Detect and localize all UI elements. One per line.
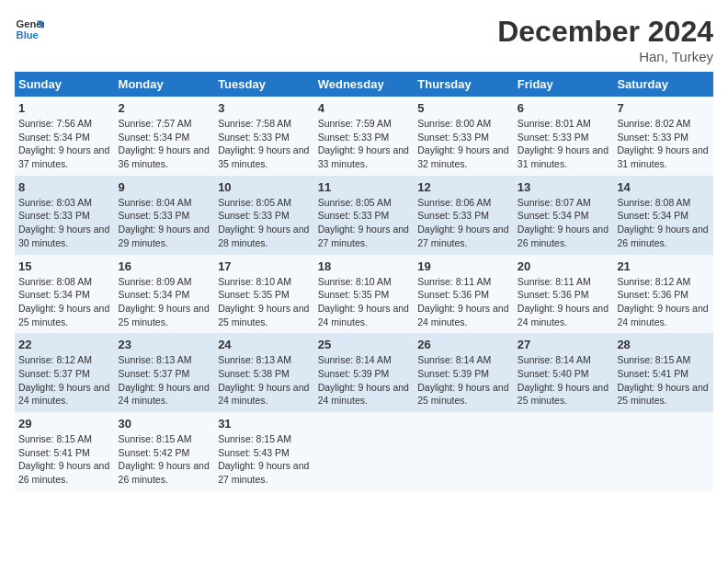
calendar-cell: 25 Sunrise: 8:14 AMSunset: 5:39 PMDaylig… [314, 333, 415, 412]
day-detail: Sunrise: 8:14 AMSunset: 5:40 PMDaylight:… [518, 353, 610, 408]
calendar-cell: 8 Sunrise: 8:03 AMSunset: 5:33 PMDayligh… [15, 176, 115, 255]
calendar-cell: 4 Sunrise: 7:59 AMSunset: 5:33 PMDayligh… [314, 97, 415, 176]
calendar-cell: 3 Sunrise: 7:58 AMSunset: 5:33 PMDayligh… [214, 97, 314, 176]
day-number: 22 [18, 338, 111, 351]
day-number: 28 [617, 338, 710, 351]
day-number: 30 [119, 417, 211, 431]
logo: General Blue [15, 15, 44, 44]
col-sunday: Sunday [15, 72, 115, 97]
day-number: 19 [417, 259, 510, 273]
svg-text:Blue: Blue [17, 29, 39, 40]
day-detail: Sunrise: 8:02 AMSunset: 5:33 PMDaylight:… [617, 117, 710, 171]
calendar-cell: 29 Sunrise: 8:15 AMSunset: 5:41 PMDaylig… [15, 412, 115, 491]
day-number: 31 [218, 417, 311, 431]
day-number: 16 [119, 259, 211, 273]
day-number: 13 [518, 180, 610, 194]
calendar-cell: 14 Sunrise: 8:08 AMSunset: 5:34 PMDaylig… [613, 176, 713, 255]
calendar-cell: 13 Sunrise: 8:07 AMSunset: 5:34 PMDaylig… [514, 176, 614, 255]
calendar-cell: 7 Sunrise: 8:02 AMSunset: 5:33 PMDayligh… [613, 97, 713, 176]
col-tuesday: Tuesday [214, 72, 314, 97]
day-number: 9 [119, 180, 211, 194]
day-number: 1 [18, 101, 111, 115]
calendar-cell: 20 Sunrise: 8:11 AMSunset: 5:36 PMDaylig… [514, 255, 614, 334]
col-wednesday: Wednesday [314, 72, 415, 97]
month-title: December 2024 [497, 15, 713, 49]
calendar-week-row: 22 Sunrise: 8:12 AMSunset: 5:37 PMDaylig… [15, 333, 713, 412]
calendar-cell: 26 Sunrise: 8:14 AMSunset: 5:39 PMDaylig… [414, 333, 514, 412]
day-detail: Sunrise: 8:08 AMSunset: 5:34 PMDaylight:… [18, 275, 111, 329]
title-area: December 2024 Han, Turkey [497, 15, 713, 64]
day-detail: Sunrise: 8:07 AMSunset: 5:34 PMDaylight:… [518, 196, 610, 250]
day-detail: Sunrise: 7:57 AMSunset: 5:34 PMDaylight:… [119, 117, 211, 171]
calendar-cell: 1 Sunrise: 7:56 AMSunset: 5:34 PMDayligh… [15, 97, 115, 176]
calendar-cell [514, 412, 614, 491]
day-number: 7 [617, 101, 710, 115]
day-detail: Sunrise: 8:13 AMSunset: 5:38 PMDaylight:… [218, 353, 311, 408]
day-detail: Sunrise: 8:12 AMSunset: 5:37 PMDaylight:… [18, 353, 111, 408]
day-detail: Sunrise: 8:08 AMSunset: 5:34 PMDaylight:… [617, 196, 710, 250]
col-monday: Monday [115, 72, 215, 97]
calendar-cell: 27 Sunrise: 8:14 AMSunset: 5:40 PMDaylig… [514, 333, 614, 412]
day-number: 26 [417, 338, 510, 351]
calendar-cell: 2 Sunrise: 7:57 AMSunset: 5:34 PMDayligh… [115, 97, 215, 176]
day-detail: Sunrise: 8:15 AMSunset: 5:41 PMDaylight:… [18, 432, 111, 487]
calendar-week-row: 8 Sunrise: 8:03 AMSunset: 5:33 PMDayligh… [15, 176, 713, 255]
day-number: 25 [318, 338, 411, 351]
day-detail: Sunrise: 8:15 AMSunset: 5:43 PMDaylight:… [218, 432, 311, 487]
day-detail: Sunrise: 8:10 AMSunset: 5:35 PMDaylight:… [318, 275, 411, 329]
col-saturday: Saturday [613, 72, 713, 97]
day-detail: Sunrise: 8:05 AMSunset: 5:33 PMDaylight:… [318, 196, 411, 250]
calendar-cell [414, 412, 514, 491]
day-detail: Sunrise: 8:15 AMSunset: 5:41 PMDaylight:… [617, 353, 710, 408]
calendar-week-row: 1 Sunrise: 7:56 AMSunset: 5:34 PMDayligh… [15, 97, 713, 176]
day-number: 21 [617, 259, 710, 273]
day-number: 11 [318, 180, 411, 194]
day-detail: Sunrise: 8:12 AMSunset: 5:36 PMDaylight:… [617, 275, 710, 329]
calendar-cell: 22 Sunrise: 8:12 AMSunset: 5:37 PMDaylig… [15, 333, 115, 412]
day-number: 15 [18, 259, 111, 273]
header: General Blue December 2024 Han, Turkey [15, 15, 713, 64]
calendar-cell [314, 412, 415, 491]
day-detail: Sunrise: 7:56 AMSunset: 5:34 PMDaylight:… [18, 117, 111, 171]
day-detail: Sunrise: 8:11 AMSunset: 5:36 PMDaylight:… [417, 275, 510, 329]
day-detail: Sunrise: 8:11 AMSunset: 5:36 PMDaylight:… [518, 275, 610, 329]
day-detail: Sunrise: 8:04 AMSunset: 5:33 PMDaylight:… [119, 196, 211, 250]
day-number: 6 [518, 101, 610, 115]
day-number: 27 [518, 338, 610, 351]
calendar-cell: 9 Sunrise: 8:04 AMSunset: 5:33 PMDayligh… [115, 176, 215, 255]
day-detail: Sunrise: 8:15 AMSunset: 5:42 PMDaylight:… [119, 432, 211, 487]
day-number: 10 [218, 180, 311, 194]
day-number: 29 [18, 417, 111, 431]
calendar-cell: 15 Sunrise: 8:08 AMSunset: 5:34 PMDaylig… [15, 255, 115, 334]
day-number: 24 [218, 338, 311, 351]
logo-icon: General Blue [15, 15, 44, 44]
day-detail: Sunrise: 8:05 AMSunset: 5:33 PMDaylight:… [218, 196, 311, 250]
calendar-cell: 30 Sunrise: 8:15 AMSunset: 5:42 PMDaylig… [115, 412, 215, 491]
day-number: 4 [318, 101, 411, 115]
calendar-cell: 21 Sunrise: 8:12 AMSunset: 5:36 PMDaylig… [613, 255, 713, 334]
calendar-cell [613, 412, 713, 491]
day-detail: Sunrise: 7:59 AMSunset: 5:33 PMDaylight:… [318, 117, 411, 171]
day-detail: Sunrise: 8:13 AMSunset: 5:37 PMDaylight:… [119, 353, 211, 408]
day-number: 3 [218, 101, 311, 115]
day-number: 14 [617, 180, 710, 194]
day-number: 17 [218, 259, 311, 273]
calendar-cell: 12 Sunrise: 8:06 AMSunset: 5:33 PMDaylig… [414, 176, 514, 255]
day-number: 2 [119, 101, 211, 115]
calendar-cell: 31 Sunrise: 8:15 AMSunset: 5:43 PMDaylig… [214, 412, 314, 491]
calendar-cell: 17 Sunrise: 8:10 AMSunset: 5:35 PMDaylig… [214, 255, 314, 334]
header-row: Sunday Monday Tuesday Wednesday Thursday… [15, 72, 713, 97]
day-detail: Sunrise: 8:01 AMSunset: 5:33 PMDaylight:… [518, 117, 610, 171]
day-detail: Sunrise: 8:14 AMSunset: 5:39 PMDaylight:… [318, 353, 411, 408]
day-number: 18 [318, 259, 411, 273]
day-number: 8 [18, 180, 111, 194]
col-thursday: Thursday [414, 72, 514, 97]
calendar-cell: 5 Sunrise: 8:00 AMSunset: 5:33 PMDayligh… [414, 97, 514, 176]
day-number: 5 [417, 101, 510, 115]
day-number: 23 [119, 338, 211, 351]
location: Han, Turkey [497, 49, 713, 64]
day-detail: Sunrise: 8:09 AMSunset: 5:34 PMDaylight:… [119, 275, 211, 329]
day-detail: Sunrise: 7:58 AMSunset: 5:33 PMDaylight:… [218, 117, 311, 171]
day-number: 20 [518, 259, 610, 273]
calendar-cell: 19 Sunrise: 8:11 AMSunset: 5:36 PMDaylig… [414, 255, 514, 334]
